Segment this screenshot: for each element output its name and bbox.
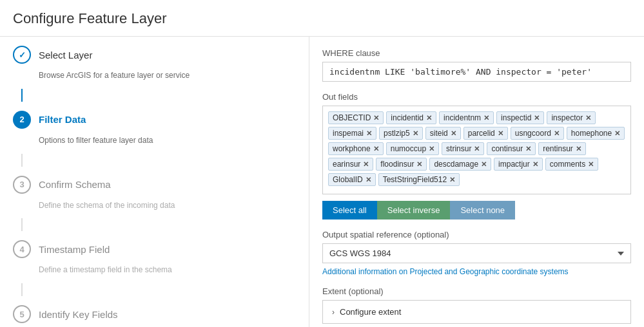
- step-1: ✓ Select Layer Browse ArcGIS for a featu…: [0, 37, 309, 102]
- tag-label: rentinsur: [543, 144, 573, 153]
- tags-area: OBJECTID✕incidentid✕incidentnm✕inspectid…: [328, 111, 625, 186]
- tag-remove-icon[interactable]: ✕: [363, 160, 369, 169]
- step-3-connector: [21, 218, 23, 231]
- tag-label: inspectid: [501, 113, 531, 122]
- tag-item: numoccup✕: [386, 142, 439, 155]
- tag-item: inspectid✕: [496, 111, 544, 124]
- sidebar: ✓ Select Layer Browse ArcGIS for a featu…: [0, 37, 309, 327]
- chevron-right-icon: ›: [332, 308, 335, 317]
- tag-label: strinsur: [446, 144, 471, 153]
- where-clause-input[interactable]: [322, 62, 631, 82]
- step-4-label: Timestamp Field: [39, 244, 110, 255]
- tag-item: OBJECTID✕: [328, 111, 384, 124]
- tag-label: numoccup: [391, 144, 426, 153]
- tag-remove-icon[interactable]: ✕: [366, 176, 371, 184]
- step-5-icon: 5: [13, 305, 31, 323]
- tag-item: workphone✕: [328, 142, 384, 155]
- tag-remove-icon[interactable]: ✕: [451, 129, 456, 138]
- tag-label: descdamage: [434, 160, 478, 169]
- tag-label: homephone: [571, 129, 612, 138]
- tag-remove-icon[interactable]: ✕: [481, 160, 487, 169]
- tag-remove-icon[interactable]: ✕: [483, 114, 489, 122]
- tag-label: floodinsur: [380, 160, 414, 169]
- tag-remove-icon[interactable]: ✕: [413, 129, 418, 138]
- select-inverse-button[interactable]: Select inverse: [377, 201, 451, 220]
- step-1-icon: ✓: [13, 46, 31, 64]
- right-panel: WHERE clause Out fields OBJECTID✕inciden…: [309, 37, 644, 327]
- tag-item: TestStringField512✕: [378, 173, 460, 186]
- tag-label: incidentid: [391, 113, 424, 122]
- out-fields-label: Out fields: [322, 92, 631, 102]
- tag-item: usngcoord✕: [511, 127, 564, 140]
- tag-remove-icon[interactable]: ✕: [534, 114, 540, 122]
- tag-label: earinsur: [333, 160, 360, 169]
- tag-remove-icon[interactable]: ✕: [416, 160, 422, 169]
- tag-label: GlobalID: [333, 175, 363, 184]
- where-clause-label: WHERE clause: [322, 48, 631, 58]
- tag-remove-icon[interactable]: ✕: [498, 129, 503, 138]
- step-4-connector: [21, 283, 23, 296]
- step-5: 5 Identify Key Fields Specify fields for…: [0, 296, 309, 327]
- tag-label: workphone: [333, 144, 371, 153]
- tag-label: continsur: [491, 144, 523, 153]
- tag-remove-icon[interactable]: ✕: [449, 176, 455, 184]
- tag-item: comments✕: [545, 158, 598, 171]
- step-2-desc: Options to filter feature layer data: [0, 135, 309, 154]
- select-none-button[interactable]: Select none: [450, 201, 515, 220]
- configure-extent-text: Configure extent: [340, 307, 401, 317]
- tag-label: OBJECTID: [333, 113, 371, 122]
- tag-remove-icon[interactable]: ✕: [373, 114, 379, 122]
- step-4: 4 Timestamp Field Define a timestamp fie…: [0, 231, 309, 296]
- step-2: 2 Filter Data Options to filter feature …: [0, 102, 309, 167]
- tag-item: descdamage✕: [429, 158, 491, 171]
- tag-remove-icon[interactable]: ✕: [576, 145, 581, 153]
- tag-item: incidentnm✕: [439, 111, 494, 124]
- step-3-label: Confirm Schema: [39, 179, 111, 190]
- step-2-label: Filter Data: [39, 114, 86, 125]
- tag-remove-icon[interactable]: ✕: [554, 129, 560, 138]
- tag-remove-icon[interactable]: ✕: [426, 114, 432, 122]
- step-3-desc: Define the schema of the incoming data: [0, 200, 309, 219]
- spatial-ref-label: Output spatial reference (optional): [322, 230, 631, 239]
- step-2-connector: [21, 154, 23, 167]
- tag-label: siteid: [430, 129, 448, 138]
- tag-remove-icon[interactable]: ✕: [614, 129, 620, 138]
- tag-label: parcelid: [468, 129, 495, 138]
- tag-label: pstlzip5: [384, 129, 410, 138]
- tag-label: inspemai: [333, 129, 364, 138]
- tag-remove-icon[interactable]: ✕: [532, 160, 538, 169]
- step-2-icon: 2: [13, 111, 31, 129]
- tag-item: GlobalID✕: [328, 173, 376, 186]
- tag-item: strinsur✕: [442, 142, 484, 155]
- tag-item: rentinsur✕: [538, 142, 586, 155]
- spatial-ref-select[interactable]: GCS WGS 1984: [322, 243, 631, 263]
- tag-item: parcelid✕: [463, 127, 508, 140]
- select-all-button[interactable]: Select all: [322, 201, 377, 220]
- step-1-desc: Browse ArcGIS for a feature layer or ser…: [0, 70, 309, 89]
- configure-extent-button[interactable]: › Configure extent: [322, 300, 631, 324]
- out-fields-container: OBJECTID✕incidentid✕incidentnm✕inspectid…: [322, 106, 631, 194]
- page-title: Configure Feature Layer: [0, 0, 644, 37]
- tag-remove-icon[interactable]: ✕: [588, 160, 594, 169]
- tag-item: continsur✕: [487, 142, 536, 155]
- step-1-connector: [21, 89, 23, 102]
- tag-label: impactjur: [498, 160, 530, 169]
- coord-systems-link[interactable]: Additional information on Projected and …: [322, 267, 631, 276]
- tag-item: floodinsur✕: [376, 158, 427, 171]
- step-4-desc: Define a timestamp field in the schema: [0, 265, 309, 283]
- tag-remove-icon[interactable]: ✕: [474, 145, 480, 153]
- tag-label: TestStringField512: [383, 175, 447, 184]
- tag-remove-icon[interactable]: ✕: [429, 145, 434, 153]
- tag-item: pstlzip5✕: [379, 127, 423, 140]
- tag-remove-icon[interactable]: ✕: [373, 145, 379, 153]
- tag-remove-icon[interactable]: ✕: [585, 114, 591, 122]
- tag-label: incidentnm: [444, 113, 481, 122]
- extent-label: Extent (optional): [322, 286, 631, 296]
- tag-item: homephone✕: [567, 127, 625, 140]
- tag-item: inspemai✕: [328, 127, 376, 140]
- step-4-icon: 4: [13, 240, 31, 258]
- tag-remove-icon[interactable]: ✕: [366, 129, 372, 138]
- buttons-row: Select all Select inverse Select none: [322, 201, 631, 220]
- tag-label: usngcoord: [515, 129, 551, 138]
- tag-remove-icon[interactable]: ✕: [525, 145, 531, 153]
